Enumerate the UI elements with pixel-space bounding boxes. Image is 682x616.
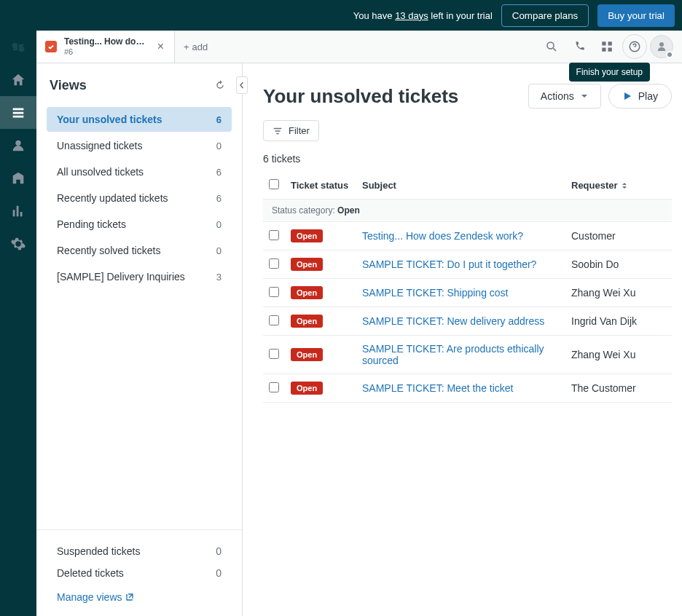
trial-text: You have 13 days left in your trial [353, 10, 493, 21]
buy-trial-button[interactable]: Buy your trial [597, 4, 675, 27]
view-label: Unassigned tickets [57, 140, 143, 151]
tab-sub: #6 [64, 47, 149, 57]
nav-views[interactable] [0, 96, 36, 129]
sort-icon [621, 182, 628, 189]
trial-suffix: left in your trial [428, 10, 493, 21]
view-count: 6 [216, 114, 222, 125]
svg-rect-6 [602, 48, 605, 52]
nav-organizations[interactable] [0, 162, 36, 194]
nav-reporting[interactable] [0, 194, 36, 227]
row-checkbox[interactable] [269, 315, 279, 325]
status-category-row: Status category: Open [263, 199, 672, 222]
main-header: Your unsolved tickets Actions Play [263, 84, 672, 108]
ticket-subject-link[interactable]: Testing... How does Zendesk work? [362, 230, 523, 242]
manage-views-link[interactable]: Manage views [57, 591, 134, 603]
view-item-bottom[interactable]: Suspended tickets0 [57, 540, 222, 562]
row-subject-cell: SAMPLE TICKET: Meet the ticket [362, 382, 571, 394]
row-subject-cell: Testing... How does Zendesk work? [362, 230, 571, 242]
tab-title: Testing... How does Z… [64, 36, 148, 47]
row-checkbox[interactable] [269, 382, 279, 392]
refresh-button[interactable] [211, 76, 229, 94]
view-label: [SAMPLE] Delivery Inquiries [57, 271, 185, 283]
view-item[interactable]: All unsolved tickets6 [47, 159, 232, 184]
zendesk-logo [0, 31, 36, 63]
row-checkbox[interactable] [269, 258, 279, 269]
row-checkbox-cell [269, 258, 291, 271]
ticket-subject-link[interactable]: SAMPLE TICKET: Meet the ticket [362, 382, 513, 394]
plus-icon: + [184, 42, 189, 52]
trial-prefix: You have [353, 10, 395, 21]
avatar-button[interactable] [650, 35, 673, 58]
header-ticket-status[interactable]: Ticket status [291, 180, 362, 191]
filter-icon [273, 126, 283, 136]
table-row: Open SAMPLE TICKET: Do I put it together… [263, 250, 672, 279]
row-status-cell: Open [291, 382, 362, 395]
nav-customers[interactable] [0, 129, 36, 162]
views-list: Your unsolved tickets6Unassigned tickets… [36, 103, 242, 529]
status-badge: Open [291, 348, 323, 361]
select-all-checkbox[interactable] [269, 179, 279, 189]
content-area: Views Your unsolved tickets6Unassigned t… [36, 63, 682, 616]
table-row: Open SAMPLE TICKET: Meet the ticket The … [263, 374, 672, 403]
status-badge: Open [291, 382, 323, 395]
collapse-views-button[interactable] [236, 76, 248, 94]
actions-dropdown[interactable]: Actions [528, 84, 601, 108]
view-count: 0 [216, 245, 222, 256]
filter-row: Filter [263, 120, 672, 141]
ticket-subject-link[interactable]: SAMPLE TICKET: Shipping cost [362, 287, 509, 299]
row-subject-cell: SAMPLE TICKET: Shipping cost [362, 287, 571, 299]
header-actions: Actions Play [528, 84, 672, 108]
view-item[interactable]: Recently solved tickets0 [47, 238, 232, 263]
row-subject-cell: SAMPLE TICKET: Do I put it together? [362, 258, 571, 270]
view-item-bottom[interactable]: Deleted tickets0 [57, 562, 222, 584]
ticket-subject-link[interactable]: SAMPLE TICKET: Do I put it together? [362, 258, 536, 270]
trial-days-link[interactable]: 13 days [395, 10, 428, 21]
status-badge: Open [291, 258, 323, 271]
person-icon [655, 40, 668, 53]
svg-rect-7 [608, 48, 612, 52]
view-label: Suspended tickets [57, 545, 140, 557]
play-button[interactable]: Play [608, 84, 672, 108]
row-status-cell: Open [291, 229, 362, 242]
add-tab-button[interactable]: + add [175, 31, 216, 63]
play-icon [622, 91, 632, 101]
filter-button[interactable]: Filter [263, 120, 319, 141]
chevron-down-icon [580, 92, 589, 100]
ticket-subject-link[interactable]: SAMPLE TICKET: Are products ethically so… [362, 343, 544, 366]
nav-admin[interactable] [0, 227, 36, 260]
view-item[interactable]: Pending tickets0 [47, 212, 232, 237]
header-checkbox-cell [269, 179, 291, 191]
tab-bar: Testing... How does Z… #6 × + add Finish… [36, 31, 682, 63]
view-label: Pending tickets [57, 218, 126, 230]
help-button[interactable] [622, 34, 647, 59]
svg-point-0 [12, 42, 18, 48]
close-icon[interactable]: × [156, 39, 165, 54]
view-count: 6 [216, 193, 222, 204]
row-checkbox-cell [269, 287, 291, 299]
search-button[interactable] [539, 34, 564, 59]
category-label: Status category: [272, 205, 337, 216]
row-requester-cell: Ingrid Van Dijk [571, 315, 666, 327]
view-item[interactable]: [SAMPLE] Delivery Inquiries3 [47, 264, 232, 289]
header-subject[interactable]: Subject [362, 180, 571, 191]
ticket-tab[interactable]: Testing... How does Z… #6 × [36, 31, 175, 63]
row-status-cell: Open [291, 286, 362, 299]
ticket-subject-link[interactable]: SAMPLE TICKET: New delivery address [362, 315, 544, 327]
compare-plans-button[interactable]: Compare plans [501, 4, 589, 27]
header-requester[interactable]: Requester [571, 180, 666, 191]
view-item[interactable]: Your unsolved tickets6 [47, 107, 232, 132]
apps-button[interactable] [595, 34, 619, 59]
row-checkbox[interactable] [269, 287, 279, 297]
row-checkbox[interactable] [269, 230, 279, 240]
table-row: Open Testing... How does Zendesk work? C… [263, 222, 672, 250]
actions-label: Actions [541, 90, 574, 102]
row-checkbox[interactable] [269, 349, 279, 359]
svg-rect-5 [608, 42, 612, 45]
view-item[interactable]: Recently updated tickets6 [47, 186, 232, 210]
row-requester-cell: The Customer [571, 382, 666, 394]
row-status-cell: Open [291, 315, 362, 328]
row-status-cell: Open [291, 348, 362, 361]
view-item[interactable]: Unassigned tickets0 [47, 133, 232, 158]
nav-home[interactable] [0, 63, 36, 96]
call-button[interactable] [567, 34, 592, 59]
